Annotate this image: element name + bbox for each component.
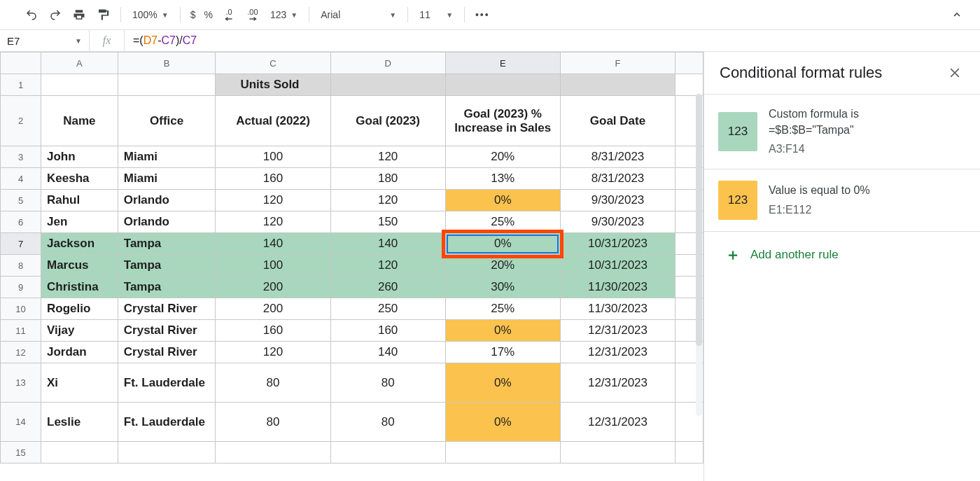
cell[interactable]: Tampa [118, 255, 216, 277]
cell[interactable]: 30% [445, 277, 560, 298]
cell[interactable]: Jen [41, 211, 118, 233]
cell[interactable]: 20% [445, 146, 560, 168]
cell[interactable]: 160 [216, 168, 330, 190]
cell[interactable]: 25% [445, 298, 560, 320]
cell[interactable]: 0% [445, 363, 560, 403]
font-dropdown[interactable]: Arial▼ [316, 9, 400, 20]
col-header-A[interactable]: A [41, 53, 118, 74]
col-header-D[interactable]: D [330, 53, 445, 74]
cell[interactable]: 11/30/2023 [560, 277, 675, 298]
format-rule[interactable]: 123Custom formula is=$B:$B="Tampa"A3:F14 [704, 94, 980, 169]
zoom-dropdown[interactable]: 100%▼ [128, 9, 173, 20]
cell[interactable]: 20% [445, 255, 560, 277]
cell[interactable]: Keesha [41, 168, 118, 190]
cell[interactable]: Goal Date [560, 96, 675, 146]
cell[interactable]: Leslie [41, 403, 118, 442]
cell[interactable]: Miami [118, 146, 216, 168]
row-header[interactable]: 15 [1, 442, 41, 463]
percent-format-button[interactable]: % [202, 4, 216, 25]
cell[interactable]: 120 [330, 255, 445, 277]
scrollbar-thumb[interactable] [696, 94, 702, 346]
cell[interactable]: 80 [330, 403, 445, 442]
row-header[interactable]: 5 [1, 190, 41, 211]
close-icon[interactable] [945, 63, 965, 83]
cell[interactable]: Orlando [118, 211, 216, 233]
cell[interactable]: John [41, 146, 118, 168]
spreadsheet-grid[interactable]: A B C D E F 1 Units Sold 2 Name Office A… [0, 52, 704, 481]
cell[interactable]: Goal (2023) [330, 96, 445, 146]
cell[interactable]: 200 [216, 298, 330, 320]
number-format-dropdown[interactable]: 123▼ [266, 9, 302, 20]
row-header[interactable]: 3 [1, 146, 41, 168]
cell[interactable]: Crystal River [118, 320, 216, 342]
cell[interactable]: 12/31/2023 [560, 363, 675, 403]
currency-format-button[interactable]: $ [188, 4, 199, 25]
cell[interactable]: 120 [216, 342, 330, 363]
cell[interactable]: 12/31/2023 [560, 342, 675, 363]
redo-icon[interactable] [45, 4, 66, 25]
row-header[interactable]: 4 [1, 168, 41, 190]
cell[interactable]: Name [41, 96, 118, 146]
cell[interactable]: Office [118, 96, 216, 146]
cell[interactable]: Units Sold [216, 74, 330, 96]
cell[interactable]: Ft. Lauderdale [118, 403, 216, 442]
row-header[interactable]: 9 [1, 277, 41, 298]
print-icon[interactable] [69, 4, 90, 25]
cell[interactable]: 140 [330, 233, 445, 255]
cell[interactable]: 17% [445, 342, 560, 363]
cell[interactable]: 250 [330, 298, 445, 320]
cell[interactable]: 0% [445, 320, 560, 342]
cell[interactable]: 13% [445, 168, 560, 190]
cell[interactable]: Crystal River [118, 342, 216, 363]
row-header[interactable]: 7 [1, 233, 41, 255]
name-box[interactable]: E7 ▼ [0, 30, 90, 51]
cell[interactable]: 10/31/2023 [560, 255, 675, 277]
cell[interactable]: Christina [41, 277, 118, 298]
cell[interactable]: 120 [330, 146, 445, 168]
cell[interactable]: 120 [330, 190, 445, 211]
format-rule[interactable]: 123Value is equal to 0%E1:E112 [704, 169, 980, 232]
row-header[interactable]: 2 [1, 96, 41, 146]
cell[interactable]: 0% [445, 190, 560, 211]
row-header[interactable]: 10 [1, 298, 41, 320]
cell[interactable]: 120 [216, 211, 330, 233]
cell[interactable]: 8/31/2023 [560, 168, 675, 190]
cell[interactable]: Xi [41, 363, 118, 403]
cell[interactable]: 260 [330, 277, 445, 298]
select-all-corner[interactable] [1, 53, 41, 74]
cell[interactable]: 8/31/2023 [560, 146, 675, 168]
row-header[interactable]: 1 [1, 74, 41, 96]
col-header-F[interactable]: F [560, 53, 675, 74]
undo-icon[interactable] [21, 4, 42, 25]
cell[interactable]: Rahul [41, 190, 118, 211]
cell[interactable]: 140 [216, 233, 330, 255]
cell[interactable]: 100 [216, 146, 330, 168]
cell[interactable]: 10/31/2023 [560, 233, 675, 255]
cell[interactable]: 80 [216, 363, 330, 403]
cell[interactable]: 12/31/2023 [560, 403, 675, 442]
cell[interactable]: 180 [330, 168, 445, 190]
cell[interactable]: 120 [216, 190, 330, 211]
cell[interactable]: Jackson [41, 233, 118, 255]
collapse-toolbar-icon[interactable] [946, 4, 967, 25]
fontsize-dropdown[interactable]: 11▼ [415, 9, 457, 20]
cell[interactable]: 9/30/2023 [560, 211, 675, 233]
cell[interactable]: Miami [118, 168, 216, 190]
row-header[interactable]: 14 [1, 403, 41, 442]
cell[interactable]: Tampa [118, 233, 216, 255]
cell[interactable]: 25% [445, 211, 560, 233]
cell[interactable]: Jordan [41, 342, 118, 363]
cell[interactable]: Actual (2022) [216, 96, 330, 146]
cell[interactable]: 80 [330, 363, 445, 403]
cell[interactable]: Ft. Lauderdale [118, 363, 216, 403]
col-header-E[interactable]: E [445, 53, 560, 74]
cell[interactable]: 11/30/2023 [560, 298, 675, 320]
increase-decimal-button[interactable]: .00 [242, 4, 263, 25]
row-header[interactable]: 12 [1, 342, 41, 363]
cell[interactable]: 12/31/2023 [560, 320, 675, 342]
paint-format-icon[interactable] [92, 4, 113, 25]
row-header[interactable]: 8 [1, 255, 41, 277]
row-header[interactable]: 6 [1, 211, 41, 233]
cell[interactable]: 100 [216, 255, 330, 277]
more-toolbar-icon[interactable]: ••• [472, 4, 493, 25]
